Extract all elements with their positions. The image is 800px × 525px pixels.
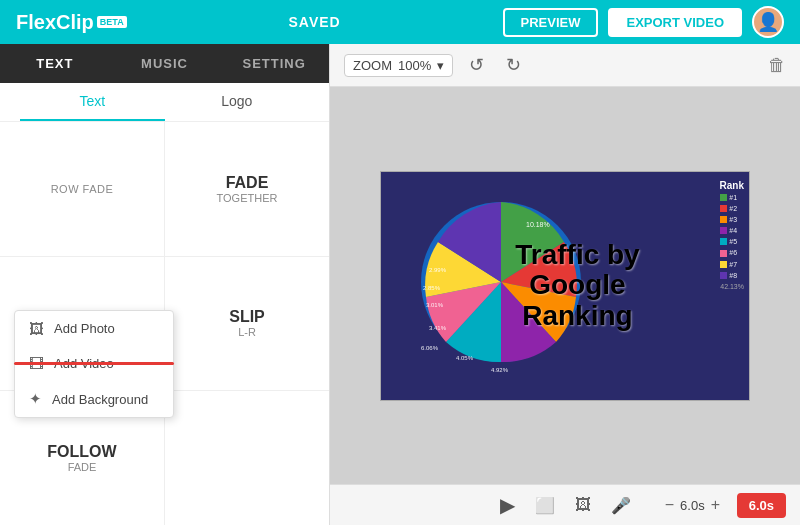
right-panel: ZOOM 100% ▾ ↺ ↻ 🗑	[330, 44, 800, 525]
saved-status: SAVED	[288, 14, 340, 30]
toolbar: ZOOM 100% ▾ ↺ ↻ 🗑	[330, 44, 800, 87]
zoom-control[interactable]: ZOOM 100% ▾	[344, 54, 453, 77]
anim-sub-2: TOGETHER	[217, 192, 278, 204]
decrease-duration-button[interactable]: −	[665, 496, 674, 514]
tab-setting[interactable]: SETTING	[219, 44, 329, 83]
rank-legend: #1 #2 #3 #4 #5 #6 #7 #8 42.13%	[720, 192, 744, 293]
sub-tab-logo[interactable]: Logo	[165, 83, 310, 121]
canvas-frame[interactable]: 10.18% 2.99% 2.85% 3.01% 3.41% 4.05% 4.9…	[380, 171, 750, 401]
zoom-chevron-icon: ▾	[437, 58, 444, 73]
undo-button[interactable]: ↺	[463, 52, 490, 78]
svg-text:4.92%: 4.92%	[491, 367, 509, 373]
photo-icon: 🖼	[29, 320, 44, 337]
context-menu-add-background[interactable]: ✦ Add Background	[15, 381, 173, 417]
preview-button[interactable]: PREVIEW	[503, 8, 599, 37]
tab-music[interactable]: MUSIC	[110, 44, 220, 83]
redo-button[interactable]: ↻	[500, 52, 527, 78]
svg-text:2.99%: 2.99%	[429, 267, 447, 273]
tab-header: TEXT MUSIC SETTING	[0, 44, 329, 83]
header: FlexClip BETA SAVED PREVIEW EXPORT VIDEO…	[0, 0, 800, 44]
anim-label-1: ROW FADE	[51, 183, 114, 195]
canvas-area: 10.18% 2.99% 2.85% 3.01% 3.41% 4.05% 4.9…	[330, 87, 800, 484]
anim-empty	[165, 391, 329, 525]
header-actions: PREVIEW EXPORT VIDEO 👤	[503, 6, 785, 38]
anim-sub-4: L-R	[238, 326, 256, 338]
svg-text:3.01%: 3.01%	[426, 302, 444, 308]
add-photo-label: Add Photo	[54, 321, 115, 336]
anim-sub-5: FADE	[68, 461, 97, 473]
left-panel: TEXT MUSIC SETTING Text Logo ROW FADE FA…	[0, 44, 330, 525]
red-line-divider	[14, 362, 174, 365]
anim-main-2: FADE	[226, 174, 269, 192]
svg-text:2.85%: 2.85%	[423, 285, 441, 291]
mic-icon[interactable]: 🎤	[611, 496, 631, 515]
beta-badge: BETA	[97, 16, 127, 28]
anim-row-fade[interactable]: ROW FADE	[0, 122, 164, 256]
zoom-label: ZOOM	[353, 58, 392, 73]
background-icon: ✦	[29, 390, 42, 408]
delete-button[interactable]: 🗑	[768, 55, 786, 76]
anim-slip-lr[interactable]: SLIP L-R	[165, 257, 329, 391]
increase-duration-button[interactable]: +	[711, 496, 720, 514]
anim-fade-together[interactable]: FADE TOGETHER	[165, 122, 329, 256]
pie-chart: 10.18% 2.99% 2.85% 3.01% 3.41% 4.05% 4.9…	[401, 182, 601, 382]
tab-text[interactable]: TEXT	[0, 44, 110, 83]
camera-icon[interactable]: ⬜	[535, 496, 555, 515]
logo-text: FlexClip	[16, 11, 94, 34]
duration-control: − 6.0s +	[665, 496, 720, 514]
context-menu-add-photo[interactable]: 🖼 Add Photo	[15, 311, 173, 346]
export-button[interactable]: EXPORT VIDEO	[608, 8, 742, 37]
play-button[interactable]: ▶	[500, 493, 515, 517]
svg-text:10.18%: 10.18%	[526, 221, 550, 228]
anim-main-4: SLIP	[229, 308, 265, 326]
rank-title: Rank	[720, 180, 744, 191]
add-background-label: Add Background	[52, 392, 148, 407]
anim-main-5: FOLLOW	[47, 443, 116, 461]
image-icon[interactable]: 🖼	[575, 496, 591, 514]
avatar[interactable]: 👤	[752, 6, 784, 38]
svg-text:4.05%: 4.05%	[456, 355, 474, 361]
logo: FlexClip BETA	[16, 11, 127, 34]
sub-tab-text[interactable]: Text	[20, 83, 165, 121]
main-layout: TEXT MUSIC SETTING Text Logo ROW FADE FA…	[0, 44, 800, 525]
svg-text:6.06%: 6.06%	[421, 345, 439, 351]
svg-text:3.41%: 3.41%	[429, 325, 447, 331]
time-badge: 6.0s	[737, 493, 786, 518]
duration-value: 6.0s	[680, 498, 705, 513]
sub-tabs: Text Logo	[0, 83, 329, 122]
playbar: ▶ ⬜ 🖼 🎤 − 6.0s + 6.0s	[330, 484, 800, 525]
zoom-value: 100%	[398, 58, 431, 73]
